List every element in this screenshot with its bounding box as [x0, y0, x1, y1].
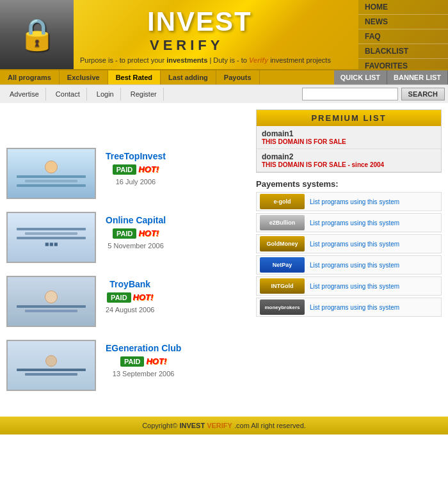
netpay-badge: NetPay: [260, 257, 305, 273]
lock-icon: 🔒: [18, 17, 56, 52]
search-input[interactable]: [302, 88, 398, 100]
premium-list: PREMIUM LIST domain1 THIS DOMAIN IS FOR …: [256, 109, 442, 173]
goldmoney-badge: GoldMoney: [260, 236, 305, 251]
moneybrokers-badge: moneybrokers: [260, 299, 305, 315]
egold-badge: e-gold: [260, 194, 305, 209]
program-date-1: 16 July 2006: [116, 178, 156, 186]
hot-badge-1: HOT!: [138, 164, 159, 175]
payment-goldmoney: GoldMoney List programs using this syste…: [256, 234, 442, 253]
ebulion-badge: e2Bullion: [260, 215, 305, 230]
program-info-1: TreeTopInvest PAID HOT! 16 July 2006: [106, 148, 166, 186]
nav-payouts[interactable]: Payouts: [216, 70, 260, 84]
payment-egold: e-gold List programs using this system: [256, 192, 442, 211]
intgold-badge: INTGold: [260, 278, 305, 294]
header-bg: INVEST VERIFY Purpose is - to protect yo…: [74, 0, 358, 69]
program-name-3[interactable]: TroyBank: [109, 279, 150, 289]
footer-domain: .com: [234, 422, 250, 429]
hot-badge-3: HOT!: [133, 292, 154, 303]
right-nav: HOME NEWS FAQ BLACKLIST FAVORITES FORUM: [358, 0, 448, 69]
banner-list-button[interactable]: BANNER LIST: [387, 70, 448, 84]
goldmoney-link[interactable]: List programs using this system: [310, 241, 399, 248]
nav-blacklist[interactable]: BLACKLIST: [358, 44, 448, 59]
search-button[interactable]: SEARCH: [401, 88, 445, 100]
nav-home[interactable]: HOME: [358, 0, 448, 15]
footer-copyright: Copyright©: [142, 422, 177, 429]
tagline-part2: investment projects: [268, 56, 331, 64]
intgold-link[interactable]: List programs using this system: [310, 283, 399, 290]
list-item: TreeTopInvest PAID HOT! 16 July 2006: [6, 148, 250, 199]
payment-intgold: INTGold List programs using this system: [256, 276, 442, 296]
domain-1-name: domain1: [262, 129, 436, 138]
program-thumb-4: [6, 340, 96, 391]
nav-best-rated[interactable]: Best Rated: [108, 70, 161, 84]
program-thumb-3: [6, 276, 96, 327]
advertise-link[interactable]: Advertise: [3, 88, 46, 100]
program-info-4: EGeneration Club PAID HOT! 13 September …: [106, 340, 181, 378]
login-link[interactable]: Login: [90, 88, 121, 100]
moneybrokers-link[interactable]: List programs using this system: [310, 304, 399, 311]
nav-last-adding[interactable]: Last adding: [161, 70, 216, 84]
contact-link[interactable]: Contact: [49, 88, 87, 100]
header-lock: 🔒: [0, 0, 74, 69]
payment-title: Payements systems:: [256, 179, 442, 189]
header-tagline: Purpose is - to protect your investments…: [80, 56, 331, 64]
program-info-3: TroyBank PAID HOT! 24 August 2006: [106, 276, 154, 314]
domain-2-sale: THIS DOMAIN IS FOR SALE - since 2004: [262, 161, 436, 168]
footer-verify: VERIFY: [207, 422, 232, 429]
register-link[interactable]: Register: [124, 88, 164, 100]
paid-badge-4: PAID: [120, 356, 144, 367]
program-thumb-1: [6, 148, 96, 199]
paid-hot-3: PAID HOT!: [107, 292, 153, 303]
payment-ebulion: e2Bullion List programs using this syste…: [256, 213, 442, 232]
program-name-4[interactable]: EGeneration Club: [106, 343, 181, 353]
egold-link[interactable]: List programs using this system: [310, 198, 399, 205]
payment-systems: Payements systems: e-gold List programs …: [256, 179, 442, 317]
program-name-2[interactable]: Online Capital: [106, 215, 166, 225]
paid-hot-2: PAID HOT!: [113, 228, 159, 239]
paid-badge-1: PAID: [113, 164, 136, 175]
header: 🔒 INVEST VERIFY Purpose is - to protect …: [0, 0, 448, 69]
program-date-2: 5 November 2006: [108, 242, 163, 250]
paid-badge-2: PAID: [113, 228, 136, 239]
program-date-4: 13 September 2006: [113, 370, 175, 378]
paid-badge-3: PAID: [107, 292, 131, 303]
list-item: EGeneration Club PAID HOT! 13 September …: [6, 340, 250, 391]
nav-favorites[interactable]: FAVORITES: [358, 59, 448, 69]
program-name-1[interactable]: TreeTopInvest: [106, 151, 166, 161]
footer: Copyright© INVEST VERIFY .com All right …: [0, 417, 448, 434]
paid-hot-1: PAID HOT!: [113, 164, 159, 175]
logo-verify: VERIFY: [150, 37, 252, 54]
paid-hot-4: PAID HOT!: [120, 356, 166, 367]
premium-list-header: PREMIUM LIST: [257, 110, 441, 126]
payment-moneybrokers: moneybrokers List programs using this sy…: [256, 298, 442, 317]
tagline-part1: Purpose is - to protect your: [80, 56, 166, 64]
program-thumb-2: ◼◼◼: [6, 212, 96, 263]
ebulion-link[interactable]: List programs using this system: [310, 219, 399, 227]
nav-all-programs[interactable]: All programs: [0, 70, 60, 84]
tagline-invest: investments: [166, 56, 207, 64]
domain-1-sale: THIS DOMAIN IS FOR SALE: [262, 138, 436, 145]
nav-news[interactable]: NEWS: [358, 15, 448, 29]
nav-faq[interactable]: FAQ: [358, 29, 448, 44]
tagline-verify: Verify: [249, 56, 268, 64]
hot-badge-2: HOT!: [138, 228, 159, 239]
quick-list-button[interactable]: QUICK LIST: [334, 70, 387, 84]
program-info-2: Online Capital PAID HOT! 5 November 2006: [106, 212, 166, 250]
program-date-3: 24 August 2006: [106, 306, 154, 314]
top-nav: All programs Exclusive Best Rated Last a…: [0, 69, 448, 84]
nav-exclusive[interactable]: Exclusive: [60, 70, 108, 84]
list-item: TroyBank PAID HOT! 24 August 2006: [6, 276, 250, 327]
search-bar: Advertise Contact Login Register SEARCH: [0, 84, 448, 103]
footer-rights: All right reserved.: [251, 422, 306, 429]
netpay-link[interactable]: List programs using this system: [310, 262, 399, 269]
hot-badge-4: HOT!: [146, 356, 166, 367]
tagline-sep1: | Duty is - to: [207, 56, 249, 64]
footer-invest: INVEST: [179, 422, 205, 429]
domain-2-name: domain2: [262, 152, 436, 161]
logo-invest: INVEST: [147, 6, 252, 37]
list-item: ◼◼◼ Online Capital PAID HOT! 5 November …: [6, 212, 250, 263]
payment-netpay: NetPay List programs using this system: [256, 255, 442, 275]
programs-list: TreeTopInvest PAID HOT! 16 July 2006 ◼◼◼: [6, 109, 250, 404]
main-content: TreeTopInvest PAID HOT! 16 July 2006 ◼◼◼: [0, 103, 448, 410]
right-column: PREMIUM LIST domain1 THIS DOMAIN IS FOR …: [256, 109, 442, 404]
